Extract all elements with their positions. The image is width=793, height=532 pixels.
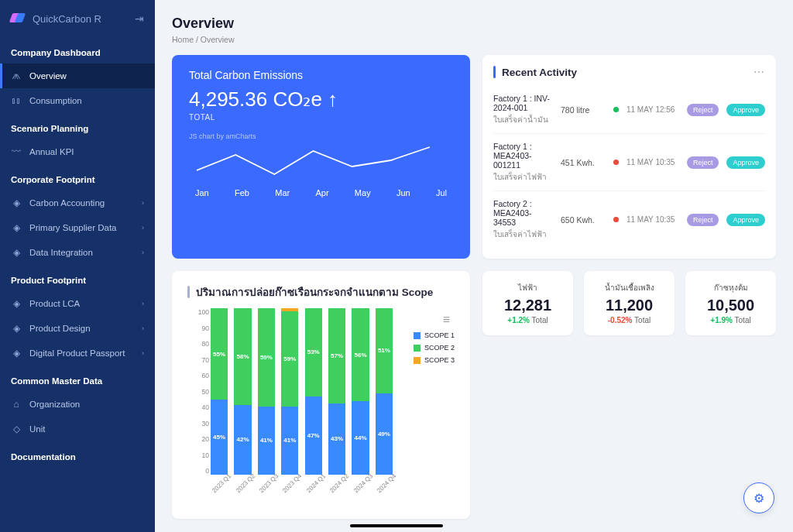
sidebar-item-carbon-accounting[interactable]: ◈ Carbon Accounting ›	[0, 190, 155, 215]
settings-fab[interactable]: ⚙	[743, 482, 774, 513]
activity-title-line: Factory 2 : MEA2403-34553	[493, 199, 553, 227]
sidebar-item-primary-supplier[interactable]: ◈ Primary Supplier Data ›	[0, 215, 155, 240]
chevron-right-icon: ›	[142, 199, 144, 207]
card-total-emissions: Total Carbon Emissions 4,295.36 CO₂e ↑ T…	[172, 55, 470, 259]
sidebar: QuickCarbon R ⇥ Company Dashboard ⩕ Over…	[0, 0, 155, 532]
approve-button[interactable]: Approve	[726, 214, 765, 226]
month-label: Jun	[396, 188, 410, 197]
bar: 51%49%2024 Q4	[376, 308, 393, 475]
stat-delta: -0.52% Total	[592, 316, 667, 324]
breadcrumb-home[interactable]: Home	[172, 35, 194, 44]
tag-icon: ◇	[11, 424, 22, 434]
sidebar-item-product-lca[interactable]: ◈ Product LCA ›	[0, 291, 155, 316]
activity-date: 11 MAY 10:35	[627, 215, 679, 224]
emissions-value: 4,295.36 CO₂e ↑	[189, 88, 453, 112]
home-indicator	[350, 524, 443, 527]
activity-date: 11 MAY 12:56	[627, 105, 679, 114]
sidebar-item-label: Carbon Accounting	[29, 198, 105, 208]
sidebar-item-product-design[interactable]: ◈ Product Design ›	[0, 316, 155, 341]
layers-icon: ◈	[11, 348, 22, 359]
stat-value: 12,281	[490, 297, 565, 314]
sidebar-item-label: Data Integration	[29, 248, 93, 257]
trend-icon: 〰	[11, 146, 22, 157]
section-product: Product Footprint	[0, 265, 155, 291]
logo-icon	[11, 13, 26, 24]
activity-title-line: Factory 1 : MEA2403-001211	[493, 142, 553, 170]
bar: 56%44%2024 Q3	[352, 308, 369, 475]
brand: QuickCarbon R ⇥	[0, 0, 155, 37]
section-master: Common Master Data	[0, 366, 155, 392]
stat-delta: +1.2% Total	[490, 316, 565, 324]
reject-button[interactable]: Reject	[687, 104, 719, 116]
section-documentation: Documentation	[0, 441, 155, 468]
stat-delta: +1.9% Total	[693, 316, 768, 324]
card-recent-activity: Recent Activity ⋯ Factory 1 : INV-2024-0…	[482, 55, 776, 259]
stat-value: 11,200	[592, 297, 667, 314]
emissions-sub: TOTAL	[189, 113, 453, 122]
layers-icon: ◈	[11, 222, 22, 233]
approve-button[interactable]: Approve	[726, 104, 765, 116]
bar: 55%45%2023 Q1	[211, 308, 228, 475]
more-icon[interactable]: ⋯	[754, 66, 765, 78]
brand-name: QuickCarbon R	[33, 13, 101, 25]
activity-title-line: Factory 1 : INV-2024-001	[493, 94, 553, 112]
section-company: Company Dashboard	[0, 37, 155, 63]
stat-label: ก๊าซหุงต้ม	[693, 282, 768, 293]
reject-button[interactable]: Reject	[687, 214, 719, 226]
sidebar-item-label: Product Design	[29, 324, 91, 333]
layers-icon: ◈	[11, 323, 22, 334]
section-scenario: Scenario Planning	[0, 113, 155, 139]
sidebar-item-dpp[interactable]: ◈ Digital Product Passport ›	[0, 341, 155, 366]
month-label: May	[355, 188, 371, 197]
sidebar-item-annual-kpi[interactable]: 〰 Annual KPI	[0, 139, 155, 164]
sidebar-item-label: Annual KPI	[29, 147, 74, 156]
sidebar-item-unit[interactable]: ◇ Unit	[0, 417, 155, 441]
scope-title: ปริมาณการปล่อยก๊าซเรือนกระจกจำแนกตาม Sco…	[196, 283, 433, 300]
sidebar-item-organization[interactable]: ⌂ Organization	[0, 392, 155, 417]
sidebar-item-data-integration[interactable]: ◈ Data Integration ›	[0, 240, 155, 265]
sidebar-item-label: Primary Supplier Data	[29, 223, 116, 232]
bar: 59%41%2023 Q3	[258, 308, 275, 475]
breadcrumb-current: Overview	[201, 35, 235, 44]
sidebar-item-label: Overview	[29, 71, 67, 81]
hamburger-icon[interactable]: ≡	[443, 313, 450, 327]
main-content: Overview Home / Overview Total Carbon Em…	[155, 0, 793, 532]
menu-toggle-icon[interactable]: ⇥	[135, 12, 144, 25]
activity-row: Factory 1 : INV-2024-001ใบเสร็จค่าน้ำมัน…	[493, 86, 765, 134]
month-label: Jul	[436, 188, 447, 197]
stat-card: ไฟฟ้า 12,281 +1.2% Total	[482, 271, 573, 335]
layers-icon: ◈	[11, 298, 22, 309]
card-scope-breakdown: ปริมาณการปล่อยก๊าซเรือนกระจกจำแนกตาม Sco…	[172, 271, 470, 519]
page-title: Overview	[172, 15, 776, 32]
reject-button[interactable]: Reject	[687, 156, 719, 169]
stat-label: ไฟฟ้า	[490, 282, 565, 293]
gear-icon: ⚙	[754, 491, 764, 506]
emissions-line-chart: JanFebMarAprMayJunJul	[189, 143, 453, 197]
chevron-right-icon: ›	[142, 224, 144, 232]
chevron-right-icon: ›	[142, 324, 144, 332]
sidebar-item-consumption[interactable]: ⫾⫾ Consumption	[0, 88, 155, 113]
sidebar-item-overview[interactable]: ⩕ Overview	[0, 63, 155, 88]
section-corporate: Corporate Footprint	[0, 164, 155, 190]
activity-amount: 650 Kwh.	[561, 215, 606, 225]
bar: 58%42%2023 Q2	[234, 308, 251, 475]
activity-subtitle: ใบเสร็จค่าไฟฟ้า	[493, 171, 553, 183]
chart-attribution: JS chart by amCharts	[189, 132, 453, 140]
month-label: Feb	[235, 188, 249, 197]
layers-icon: ◈	[11, 247, 22, 258]
bar: 53%47%2024 Q1	[305, 308, 322, 475]
activity-amount: 451 Kwh.	[561, 158, 606, 167]
bar: 59%41%2023 Q4	[281, 308, 298, 475]
sidebar-item-label: Unit	[29, 424, 45, 434]
month-label: Mar	[275, 188, 290, 197]
activity-amount: 780 litre	[561, 105, 606, 115]
month-label: Apr	[315, 188, 328, 197]
sidebar-item-label: Product LCA	[29, 299, 80, 308]
layers-icon: ◈	[11, 197, 22, 208]
scope-bar-chart: ≡ 1009080706050403020100 55%45%2023 Q158…	[187, 308, 455, 510]
stat-card: น้ำมันเชื้อเพลิง 11,200 -0.52% Total	[584, 271, 675, 335]
status-dot	[613, 107, 619, 112]
approve-button[interactable]: Approve	[726, 156, 765, 169]
month-label: Jan	[195, 188, 209, 197]
home-icon: ⌂	[11, 399, 22, 410]
